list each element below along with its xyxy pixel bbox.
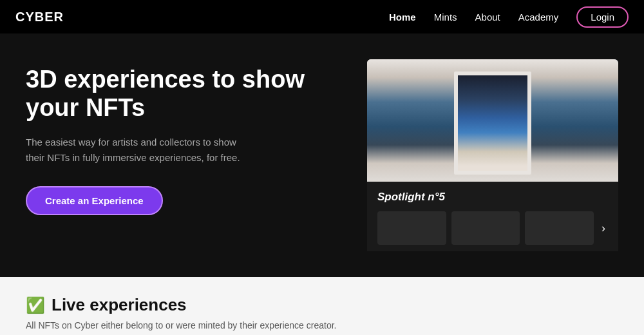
spotlight-next-arrow[interactable]: › (599, 219, 608, 238)
spotlight-image (367, 59, 618, 182)
hero-section: 3D experiences to show your NFTs The eas… (0, 34, 644, 277)
spotlight-thumbnails: › (377, 211, 608, 245)
live-section: ✅ Live experiences All NFTs on Cyber eit… (0, 277, 644, 335)
nav-home[interactable]: Home (389, 12, 416, 23)
spotlight-window-frame (454, 72, 531, 175)
nav-about[interactable]: About (475, 12, 500, 23)
live-title-row: ✅ Live experiences (26, 295, 618, 315)
spotlight-info: Spotlight n°5 › (367, 182, 618, 251)
live-title: Live experiences (52, 295, 187, 315)
hero-title: 3D experiences to show your NFTs (26, 66, 309, 122)
spotlight-title: Spotlight n°5 (377, 191, 608, 204)
spotlight-panel: Spotlight n°5 › (367, 59, 618, 251)
hero-subtitle: The easiest way for artists and collecto… (26, 135, 258, 166)
nav-academy[interactable]: Academy (518, 12, 559, 23)
navbar: CYBER Home Mints About Academy Login (0, 0, 644, 34)
nav-mints[interactable]: Mints (434, 12, 457, 23)
login-button[interactable]: Login (576, 6, 629, 28)
spotlight-thumb-2[interactable] (451, 211, 520, 245)
hero-content: 3D experiences to show your NFTs The eas… (26, 59, 309, 215)
live-subtitle: All NFTs on Cyber either belong to or we… (26, 320, 618, 330)
site-logo: CYBER (15, 10, 64, 24)
create-experience-button[interactable]: Create an Experience (26, 186, 163, 215)
spotlight-thumb-3[interactable] (525, 211, 594, 245)
verified-icon: ✅ (26, 296, 45, 314)
spotlight-image-inner (367, 59, 618, 182)
spotlight-thumb-1[interactable] (377, 211, 446, 245)
nav-links: Home Mints About Academy Login (389, 6, 629, 28)
